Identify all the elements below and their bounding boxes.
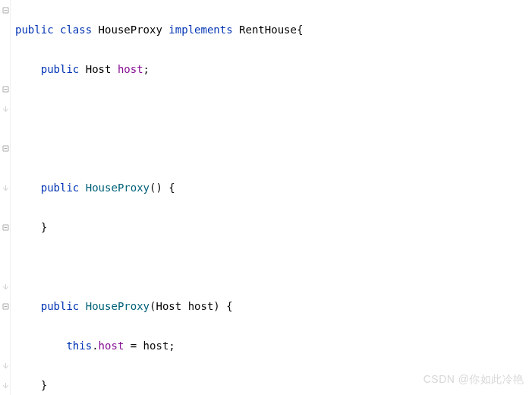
keyword: public — [41, 63, 80, 75]
brace: } — [41, 379, 47, 391]
op-equals: = — [124, 340, 143, 352]
code-editor[interactable]: public class HouseProxy implements RentH… — [11, 0, 532, 395]
fold-icon[interactable] — [2, 6, 9, 14]
constructor-name: HouseProxy — [86, 182, 150, 194]
class-name: HouseProxy — [99, 24, 162, 36]
code-line[interactable] — [11, 99, 532, 118]
code-line[interactable] — [11, 138, 532, 158]
param-name: host — [188, 300, 214, 312]
brace: } — [41, 221, 47, 233]
keyword: class — [60, 24, 92, 36]
fold-end-icon[interactable] — [2, 362, 9, 369]
semicolon: ; — [143, 63, 150, 75]
code-line[interactable]: public class HouseProxy implements RentH… — [11, 20, 532, 40]
dot: . — [92, 340, 98, 352]
fold-end-icon[interactable] — [2, 381, 9, 389]
interface-name: RentHouse — [239, 24, 297, 36]
keyword: public — [41, 300, 80, 312]
paren: ) — [156, 182, 162, 194]
code-line[interactable] — [11, 257, 532, 276]
code-line[interactable]: this.host = host; — [11, 336, 532, 356]
code-line[interactable]: public HouseProxy(Host host) { — [11, 296, 532, 316]
fold-icon[interactable] — [2, 85, 9, 93]
editor-gutter — [0, 0, 11, 395]
type-name: Host — [156, 300, 181, 312]
param-ref: host — [143, 340, 169, 352]
type-name: Host — [86, 63, 112, 75]
brace: { — [297, 24, 303, 36]
fold-icon[interactable] — [2, 223, 9, 231]
keyword: public — [15, 24, 54, 36]
code-line[interactable]: } — [11, 375, 532, 395]
keyword: implements — [168, 24, 232, 36]
brace: { — [168, 182, 175, 194]
semicolon: ; — [168, 340, 175, 352]
code-line[interactable]: public Host host; — [11, 59, 532, 79]
keyword: public — [41, 182, 80, 194]
fold-end-icon[interactable] — [2, 105, 9, 112]
fold-end-icon[interactable] — [2, 184, 9, 191]
brace: { — [226, 300, 232, 312]
fold-icon[interactable] — [2, 302, 9, 310]
code-line[interactable]: public HouseProxy() { — [11, 178, 532, 198]
fold-end-icon[interactable] — [2, 283, 9, 290]
constructor-name: HouseProxy — [86, 300, 150, 312]
keyword: this — [66, 340, 92, 352]
paren: ) — [213, 300, 219, 312]
field-name: host — [99, 340, 124, 352]
fold-icon[interactable] — [2, 144, 9, 152]
code-line[interactable]: } — [11, 217, 532, 237]
field-name: host — [118, 63, 143, 75]
